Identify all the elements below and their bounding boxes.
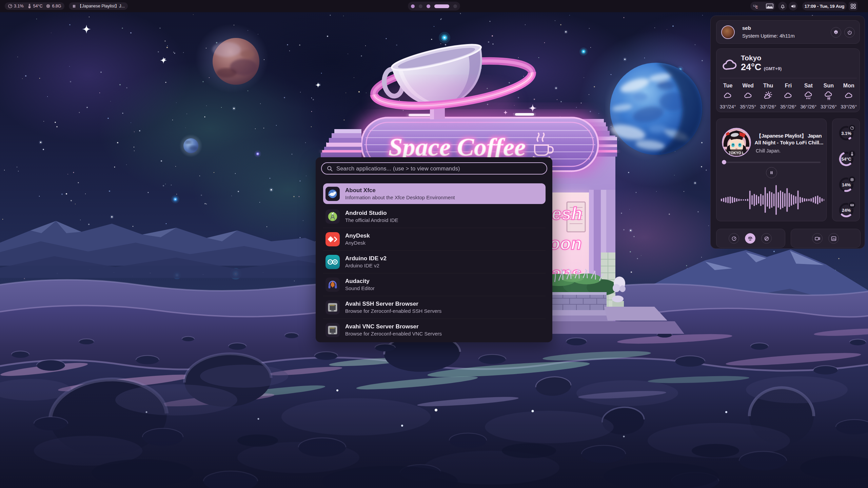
svg-text:TOKYO L: TOKYO L (729, 151, 745, 155)
svg-text:oon: oon (549, 233, 581, 253)
svg-text:Space Coffee: Space Coffee (389, 133, 526, 161)
svg-text:C: C (755, 5, 758, 9)
svg-text:esh: esh (552, 204, 582, 223)
